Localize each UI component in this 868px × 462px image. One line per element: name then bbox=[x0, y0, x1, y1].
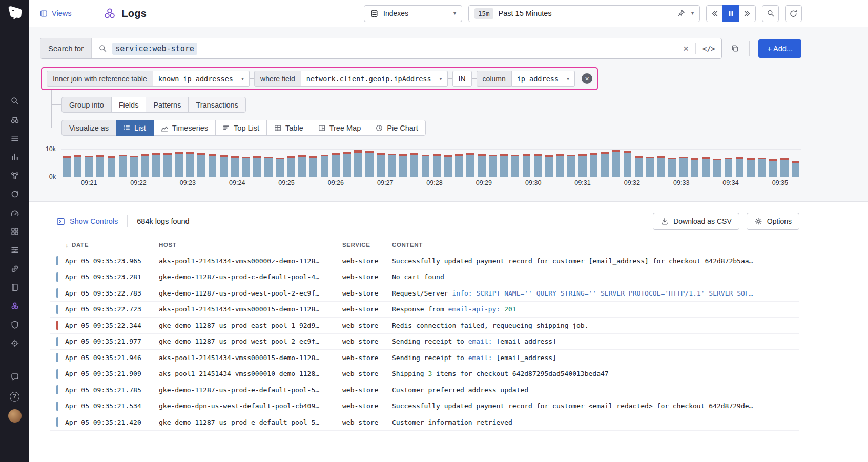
histogram-bar[interactable] bbox=[554, 149, 566, 177]
table-row[interactable]: Apr 05 09:35:21.946aks-pool1-21451434-vm… bbox=[50, 350, 799, 366]
sidebar-item-pipelines[interactable] bbox=[0, 241, 29, 259]
histogram-bar[interactable] bbox=[398, 149, 409, 177]
search-input[interactable]: Search for service:web-store × </> bbox=[40, 38, 722, 59]
histogram-bar[interactable] bbox=[61, 149, 72, 177]
sidebar-item-search[interactable] bbox=[0, 92, 29, 110]
histogram-bar[interactable] bbox=[106, 149, 117, 177]
histogram-bar[interactable] bbox=[319, 149, 330, 177]
reference-table-dropdown[interactable]: known_ip_addresses▾ bbox=[153, 71, 250, 87]
histogram-bar[interactable] bbox=[72, 149, 84, 177]
histogram-bar[interactable] bbox=[240, 149, 252, 177]
histogram-bar[interactable] bbox=[532, 149, 543, 177]
viz-option-table[interactable]: Table bbox=[266, 120, 311, 136]
histogram-bar[interactable] bbox=[151, 149, 162, 177]
table-row[interactable]: Apr 05 09:35:21.785gke-demo-11287-us-pro… bbox=[50, 382, 799, 398]
histogram-bar[interactable] bbox=[712, 149, 723, 177]
histogram-bar[interactable] bbox=[207, 149, 218, 177]
indexes-dropdown[interactable]: Indexes ▾ bbox=[364, 5, 462, 22]
histogram-bar[interactable] bbox=[768, 149, 779, 177]
histogram-bar[interactable] bbox=[521, 149, 532, 177]
histogram-bar[interactable] bbox=[588, 149, 600, 177]
tab-transactions[interactable]: Transactions bbox=[188, 97, 245, 113]
sidebar-item-logs[interactable] bbox=[0, 297, 29, 315]
sidebar-item-performance[interactable] bbox=[0, 203, 29, 222]
histogram-bar[interactable] bbox=[633, 149, 644, 177]
pause-button[interactable] bbox=[722, 5, 739, 22]
histogram-bar[interactable] bbox=[790, 149, 801, 177]
add-query-button[interactable]: + Add... bbox=[758, 39, 801, 58]
copy-query-button[interactable] bbox=[725, 39, 745, 58]
zoom-button[interactable] bbox=[762, 5, 779, 22]
histogram-bar[interactable] bbox=[734, 149, 745, 177]
histogram-bar[interactable] bbox=[667, 149, 678, 177]
show-controls-button[interactable]: Show Controls bbox=[56, 217, 118, 226]
histogram-bar[interactable] bbox=[566, 149, 577, 177]
viz-option-list[interactable]: List bbox=[116, 120, 154, 136]
views-button[interactable]: Views bbox=[40, 9, 71, 17]
histogram-bar[interactable] bbox=[341, 149, 353, 177]
histogram-bar[interactable] bbox=[353, 149, 364, 177]
query-token[interactable]: service:web-store bbox=[112, 43, 197, 55]
clear-query-button[interactable]: × bbox=[683, 44, 689, 53]
histogram-bar[interactable] bbox=[162, 149, 173, 177]
sidebar-item-error-tracking[interactable] bbox=[0, 334, 29, 352]
histogram-bar[interactable] bbox=[577, 149, 588, 177]
histogram-bar[interactable] bbox=[330, 149, 341, 177]
table-row[interactable]: Apr 05 09:35:21.420gke-demo-11287-us-pro… bbox=[50, 414, 799, 431]
pin-icon[interactable] bbox=[677, 9, 685, 17]
histogram-bar[interactable] bbox=[409, 149, 420, 177]
histogram-bar[interactable] bbox=[487, 149, 499, 177]
histogram-bar[interactable] bbox=[375, 149, 386, 177]
options-button[interactable]: Options bbox=[747, 213, 799, 230]
histogram-bar[interactable] bbox=[745, 149, 756, 177]
histogram-bar[interactable] bbox=[420, 149, 431, 177]
sidebar-item-metrics[interactable] bbox=[0, 148, 29, 166]
histogram-bar[interactable] bbox=[499, 149, 510, 177]
histogram-bar[interactable] bbox=[95, 149, 106, 177]
histogram-bar[interactable] bbox=[263, 149, 274, 177]
field-dropdown[interactable]: network.client.geoip.ipAddress▾ bbox=[301, 71, 448, 87]
tab-fields[interactable]: Fields bbox=[111, 97, 147, 113]
histogram-bar[interactable] bbox=[779, 149, 790, 177]
table-row[interactable]: Apr 05 09:35:22.344gke-demo-11287-us-pro… bbox=[50, 318, 799, 334]
histogram-bar[interactable] bbox=[274, 149, 285, 177]
histogram-bar[interactable] bbox=[229, 149, 240, 177]
datadog-logo[interactable] bbox=[6, 4, 24, 21]
histogram-bar[interactable] bbox=[756, 149, 768, 177]
histogram-bar[interactable] bbox=[723, 149, 734, 177]
sidebar-item-watchdog[interactable] bbox=[0, 110, 29, 129]
histogram-bar[interactable] bbox=[173, 149, 184, 177]
histogram-bar[interactable] bbox=[297, 149, 308, 177]
histogram-bar[interactable] bbox=[364, 149, 375, 177]
histogram-bar[interactable] bbox=[252, 149, 263, 177]
histogram-bar[interactable] bbox=[196, 149, 207, 177]
histogram-bar[interactable] bbox=[600, 149, 611, 177]
date-column-header[interactable]: ↓DATE bbox=[65, 241, 159, 249]
histogram-bar[interactable] bbox=[386, 149, 398, 177]
sidebar-item-service-map[interactable] bbox=[0, 260, 29, 278]
table-row[interactable]: Apr 05 09:35:21.909aks-pool1-21451434-vm… bbox=[50, 366, 799, 383]
sidebar-item-notebooks[interactable] bbox=[0, 278, 29, 297]
histogram-bar[interactable] bbox=[476, 149, 487, 177]
histogram-bar[interactable] bbox=[611, 149, 622, 177]
table-row[interactable]: Apr 05 09:35:21.977gke-demo-11287-us-pro… bbox=[50, 334, 799, 350]
histogram-bar[interactable] bbox=[84, 149, 95, 177]
histogram-bar[interactable] bbox=[510, 149, 521, 177]
viz-option-pie-chart[interactable]: Pie Chart bbox=[368, 120, 425, 136]
viz-option-tree-map[interactable]: Tree Map bbox=[311, 120, 369, 136]
sidebar-item-apm[interactable] bbox=[0, 185, 29, 203]
table-row[interactable]: Apr 05 09:35:22.723aks-pool1-21451434-vm… bbox=[50, 302, 799, 318]
histogram-bar[interactable] bbox=[644, 149, 655, 177]
histogram-bar[interactable] bbox=[465, 149, 476, 177]
histogram-bar[interactable] bbox=[128, 149, 139, 177]
sidebar-item-help[interactable]: ? bbox=[0, 387, 29, 406]
histogram-bar[interactable] bbox=[139, 149, 151, 177]
column-dropdown[interactable]: ip_address▾ bbox=[512, 71, 575, 87]
histogram-bar[interactable] bbox=[655, 149, 667, 177]
download-csv-button[interactable]: Download as CSV bbox=[653, 213, 739, 230]
histogram-bar[interactable] bbox=[308, 149, 319, 177]
histogram-bar[interactable] bbox=[184, 149, 196, 177]
table-row[interactable]: Apr 05 09:35:23.965aks-pool1-21451434-vm… bbox=[50, 253, 799, 269]
histogram-bar[interactable] bbox=[117, 149, 128, 177]
table-row[interactable]: Apr 05 09:35:21.534gke-demo-dpn-us-west-… bbox=[50, 398, 799, 415]
